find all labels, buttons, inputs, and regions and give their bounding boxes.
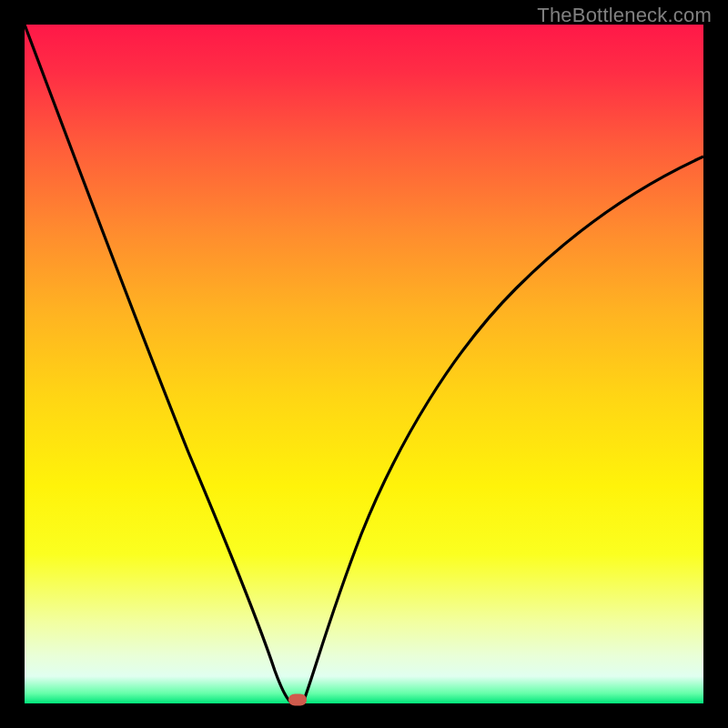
bottleneck-marker <box>288 694 307 706</box>
curve-layer <box>25 25 703 703</box>
left-branch-curve <box>25 25 303 703</box>
plot-area <box>25 25 703 703</box>
right-branch-curve <box>303 157 703 703</box>
watermark-text: TheBottleneck.com <box>537 4 712 27</box>
chart-frame: TheBottleneck.com <box>0 0 728 728</box>
